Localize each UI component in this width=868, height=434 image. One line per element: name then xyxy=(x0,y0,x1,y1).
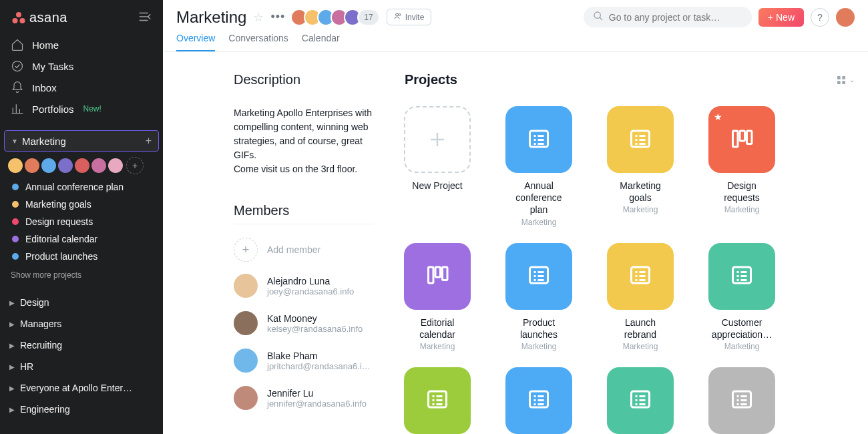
project-label: Editorial calendar xyxy=(25,234,97,244)
member-row[interactable]: Jennifer Lujennifer@randasana6.info xyxy=(234,379,374,417)
list-icon xyxy=(527,387,551,413)
project-tile xyxy=(607,243,674,310)
project-tile xyxy=(505,367,572,434)
sidebar-group-item[interactable]: ▶Design xyxy=(0,292,163,313)
project-card-team: Marketing xyxy=(724,205,760,214)
project-card[interactable]: Launch rebrandMarketing xyxy=(608,243,673,351)
tab-conversations[interactable]: Conversations xyxy=(228,33,288,51)
svg-point-1 xyxy=(13,18,18,23)
project-card-name: Customer appreciation… xyxy=(709,316,775,341)
new-project-card[interactable]: New Project xyxy=(405,106,470,227)
avatar[interactable] xyxy=(57,157,74,174)
team-label: Marketing xyxy=(22,136,142,147)
nav-inbox[interactable]: Inbox xyxy=(0,77,163,98)
avatar[interactable] xyxy=(23,157,41,174)
avatar[interactable] xyxy=(107,157,124,174)
project-card[interactable]: Marketing goalsMarketing xyxy=(608,106,673,227)
add-project-icon[interactable]: + xyxy=(146,135,152,147)
project-card-team: Marketing xyxy=(521,342,557,351)
project-dot-icon xyxy=(12,236,19,242)
sidebar-project-item[interactable]: Design requests xyxy=(0,213,163,230)
invite-button[interactable]: Invite xyxy=(387,9,432,25)
project-label: Product launches xyxy=(25,251,97,262)
add-member-icon[interactable]: + xyxy=(126,157,144,174)
chevron-down-icon: ▼ xyxy=(11,138,18,145)
project-card[interactable]: Customer appreciation…Marketing xyxy=(709,243,775,351)
svg-point-4 xyxy=(395,13,398,16)
nav-home[interactable]: Home xyxy=(0,34,163,55)
svg-rect-7 xyxy=(837,76,841,79)
avatar xyxy=(234,349,258,373)
sidebar-project-item[interactable]: Product launches xyxy=(0,248,163,265)
project-tile xyxy=(708,243,775,310)
project-tile xyxy=(505,106,572,173)
member-email: joey@randasana6.info xyxy=(267,286,354,296)
project-card[interactable]: Product launchesMarketing xyxy=(506,243,572,351)
svg-rect-16 xyxy=(429,267,434,283)
search-icon xyxy=(593,11,604,23)
project-card[interactable]: Editorial calendarMarketing xyxy=(405,243,470,351)
sidebar-project-item[interactable]: Annual conference plan xyxy=(0,178,163,196)
sidebar-project-item[interactable]: Marketing goals xyxy=(0,196,163,213)
member-row[interactable]: Alejandro Lunajoey@randasana6.info xyxy=(234,267,374,304)
show-more-projects[interactable]: Show more projects xyxy=(0,268,163,282)
sidebar-group-item[interactable]: ▶Recruiting xyxy=(0,335,163,356)
svg-rect-10 xyxy=(842,81,845,84)
view-toggle[interactable]: ⌄ xyxy=(836,75,855,85)
nav-portfolios-label: Portfolios xyxy=(32,103,74,115)
sidebar-group-item[interactable]: ▶HR xyxy=(0,356,163,377)
project-card[interactable] xyxy=(506,367,572,434)
current-user-avatar[interactable] xyxy=(836,8,855,27)
list-icon xyxy=(425,387,449,413)
project-dot-icon xyxy=(12,201,19,208)
group-label: Everyone at Apollo Enter… xyxy=(20,383,132,393)
search-input[interactable] xyxy=(609,12,742,23)
avatar[interactable] xyxy=(73,157,91,174)
project-card[interactable] xyxy=(608,367,673,434)
new-badge: New! xyxy=(83,104,101,114)
project-card[interactable]: Annual conference planMarketing xyxy=(506,106,572,227)
more-icon[interactable]: ••• xyxy=(270,10,285,24)
nav-portfolios[interactable]: Portfolios New! xyxy=(0,98,163,120)
header-avatars[interactable]: 17 xyxy=(294,9,379,26)
star-icon[interactable]: ☆ xyxy=(253,10,264,25)
new-button-label: New xyxy=(776,12,795,23)
people-icon xyxy=(394,12,402,22)
member-email: jennifer@randasana6.info xyxy=(267,399,367,409)
help-button[interactable]: ? xyxy=(811,8,829,27)
team-header-marketing[interactable]: ▼ Marketing + xyxy=(4,130,159,152)
add-member-button[interactable]: + Add member xyxy=(234,232,374,267)
logo[interactable]: asana xyxy=(11,10,67,26)
sidebar-group-item[interactable]: ▶Managers xyxy=(0,313,163,335)
nav-my-tasks[interactable]: My Tasks xyxy=(0,55,163,77)
avatar[interactable] xyxy=(90,157,107,174)
check-circle-icon xyxy=(11,59,24,73)
project-card[interactable]: ★Design requestsMarketing xyxy=(709,106,775,227)
member-row[interactable]: Blake Phamjpritchard@randasana6.i… xyxy=(234,342,374,379)
avatar[interactable] xyxy=(40,157,57,174)
avatar[interactable] xyxy=(7,157,24,174)
collapse-sidebar-icon[interactable] xyxy=(138,9,152,26)
new-button[interactable]: + New xyxy=(758,8,804,27)
plus-icon: + xyxy=(768,12,773,23)
tab-overview[interactable]: Overview xyxy=(176,33,215,51)
list-icon xyxy=(730,263,754,289)
sidebar-group-item[interactable]: ▶Engineering xyxy=(0,399,163,420)
project-card-name: Design requests xyxy=(709,180,775,204)
logo-text: asana xyxy=(29,10,67,25)
project-card-name: Annual conference plan xyxy=(506,180,572,216)
new-project-label: New Project xyxy=(412,180,462,192)
member-row[interactable]: Kat Mooneykelsey@randasana6.info xyxy=(234,304,374,342)
group-label: HR xyxy=(20,361,33,372)
project-card[interactable] xyxy=(405,367,470,434)
search-box[interactable] xyxy=(584,7,752,27)
chevron-right-icon: ▶ xyxy=(9,363,15,371)
member-name: Jennifer Lu xyxy=(267,388,367,399)
home-icon xyxy=(11,38,24,51)
tab-calendar[interactable]: Calendar xyxy=(302,33,340,51)
avatar xyxy=(234,311,258,335)
project-card[interactable] xyxy=(709,367,775,434)
board-icon xyxy=(425,263,449,289)
sidebar-project-item[interactable]: Editorial calendar xyxy=(0,230,163,248)
sidebar-group-item[interactable]: ▶Everyone at Apollo Enter… xyxy=(0,377,163,399)
